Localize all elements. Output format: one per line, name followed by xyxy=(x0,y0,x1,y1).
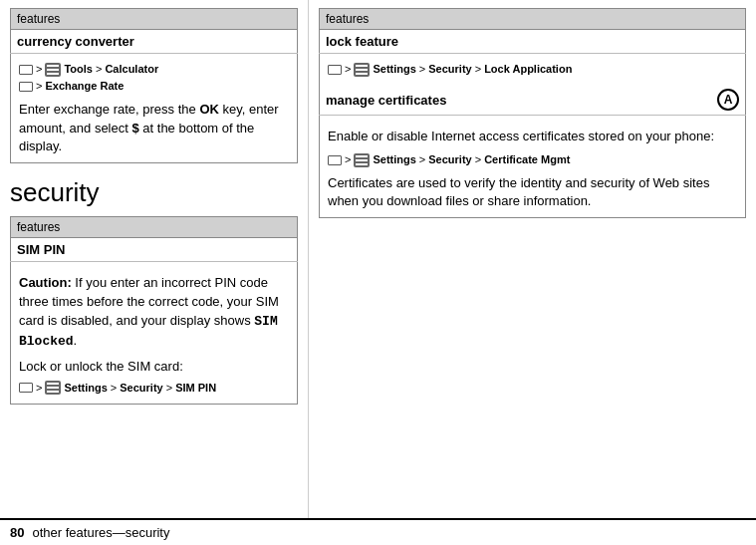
manage-certs-body: Enable or disable Internet access certif… xyxy=(320,116,746,218)
lock-feature-subheader: lock feature xyxy=(320,30,746,54)
lock-feature-body: > Settings > Security > Lock Application xyxy=(320,54,746,86)
settings-icon-cert xyxy=(354,153,370,167)
lock-app-label: Lock Application xyxy=(484,62,572,77)
nav-cert-mgmt: > Settings > Security > Certificate Mgmt xyxy=(328,152,737,167)
tools-icon xyxy=(45,63,61,77)
left-column: features currency converter > Tools > Ca… xyxy=(0,0,309,518)
nav-exchange-rate: > Exchange Rate xyxy=(19,79,289,94)
currency-converter-table: features currency converter > Tools > Ca… xyxy=(10,8,298,163)
dollar-sign: $ xyxy=(131,121,138,136)
lock-cert-table: features lock feature > Settings > Secur… xyxy=(319,8,746,218)
security-label-lock: Security xyxy=(428,62,471,77)
table-header-left-1: features xyxy=(11,9,298,30)
menu-icon-3 xyxy=(19,383,33,393)
accessibility-icon xyxy=(717,89,739,111)
security-label-sim: Security xyxy=(120,381,162,396)
caution-label: Caution: xyxy=(19,275,72,290)
sim-pin-nav-label: SIM PIN xyxy=(175,381,216,396)
sim-pin-table: features SIM PIN Caution: If you enter a… xyxy=(10,216,298,405)
caution-text: Caution: If you enter an incorrect PIN c… xyxy=(19,274,289,351)
menu-icon-4 xyxy=(328,65,342,75)
nav-lock-app: > Settings > Security > Lock Application xyxy=(328,62,737,77)
footer: 80 other features—security xyxy=(0,518,756,545)
nav-tools-calculator: > Tools > Calculator xyxy=(19,62,289,77)
cert-mgmt-label: Certificate Mgmt xyxy=(484,152,570,167)
menu-icon-2 xyxy=(19,82,33,92)
main-content: features currency converter > Tools > Ca… xyxy=(0,0,756,518)
calculator-label: Calculator xyxy=(105,62,158,77)
security-label-cert: Security xyxy=(428,152,471,167)
settings-label-cert: Settings xyxy=(373,152,415,167)
sim-pin-subheader: SIM PIN xyxy=(11,238,298,262)
currency-converter-subheader: currency converter xyxy=(11,30,298,54)
sim-pin-body: Caution: If you enter an incorrect PIN c… xyxy=(11,262,298,405)
table-header-right: features xyxy=(320,9,746,30)
settings-label-sim: Settings xyxy=(64,381,107,396)
manage-certs-text: manage certificates xyxy=(326,93,446,108)
settings-icon-lock xyxy=(354,63,370,77)
exchange-rate-label: Exchange Rate xyxy=(45,79,124,94)
ok-key: OK xyxy=(199,102,219,117)
certs-body-text: Certificates are used to verify the iden… xyxy=(328,174,737,212)
nav-sim-pin: > Settings > Security > SIM PIN xyxy=(19,381,289,396)
right-column: features lock feature > Settings > Secur… xyxy=(309,0,756,518)
manage-certs-subheader: manage certificates xyxy=(320,85,746,116)
manage-certs-row: manage certificates xyxy=(326,89,739,111)
table-header-left-2: features xyxy=(11,217,298,238)
section-title-security: security xyxy=(10,177,298,208)
certs-intro-text: Enable or disable Internet access certif… xyxy=(328,128,737,146)
lock-unlock-text: Lock or unlock the SIM card: xyxy=(19,358,289,377)
menu-icon-1 xyxy=(19,65,33,75)
currency-converter-body: > Tools > Calculator > Exchange Rate xyxy=(11,54,298,163)
menu-icon-5 xyxy=(328,155,342,165)
sim-blocked-text: SIM Blocked xyxy=(19,314,278,349)
settings-icon-sim xyxy=(45,381,61,395)
tools-label: Tools xyxy=(64,62,93,77)
currency-body-text: Enter exchange rate, press the OK key, e… xyxy=(19,101,289,157)
settings-label-lock: Settings xyxy=(373,62,415,77)
footer-text: other features—security xyxy=(32,525,169,540)
page-container: features currency converter > Tools > Ca… xyxy=(0,0,756,545)
page-number: 80 xyxy=(10,525,24,540)
